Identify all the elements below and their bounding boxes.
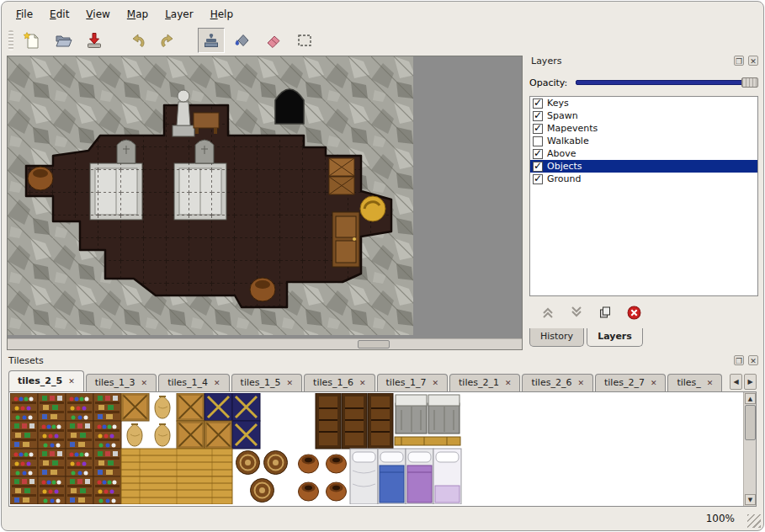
pot-bottom[interactable] [250,278,275,301]
tilesets-dock-title: Tilesets [8,355,44,366]
tileset-tab[interactable]: tiles_2_1 ✕ [449,374,520,391]
cave-entrance[interactable] [275,89,304,124]
menu-edit[interactable]: Edit [42,7,77,24]
tileset-tab-label: tiles_1_7 [386,377,427,388]
statusbar: 100% [2,508,763,530]
tileset-vscroll-thumb[interactable] [745,405,756,440]
stamp-tool-button[interactable] [198,28,225,53]
lower-layer-button[interactable] [568,304,585,321]
layer-visibility-checkbox[interactable] [533,124,543,134]
tileset-tab[interactable]: tiles_1_5 ✕ [231,374,302,391]
redo-button[interactable] [155,28,182,53]
layers-dock: Layers ❐ ✕ Opacity: Keys Spawn [529,56,758,350]
map-hscroll-thumb[interactable] [358,340,390,348]
layer-row-objects[interactable]: Objects [530,160,757,173]
layer-row-keys[interactable]: Keys [530,97,757,109]
layer-visibility-checkbox[interactable] [533,98,543,109]
tileset-tab[interactable]: tiles_2_6 ✕ [522,374,592,391]
close-tab-icon[interactable]: ✕ [359,379,366,387]
stamp-tool-icon [202,31,220,50]
tileset-tab-label: tiles_2_1 [459,377,499,388]
tombstone-left[interactable] [117,140,135,163]
layer-visibility-checkbox[interactable] [533,136,543,146]
layer-row-walkable[interactable]: Walkable [530,135,757,147]
menu-help[interactable]: Help [203,7,241,24]
tileset-tab[interactable]: tiles_1_6 ✕ [304,374,375,391]
layer-list: Keys Spawn Mapevents Walkable Above Obje… [529,96,758,296]
undo-button[interactable] [124,28,151,53]
tileset-tab[interactable]: tiles_1_7 ✕ [377,374,448,391]
menu-file[interactable]: File [8,7,40,24]
menu-view[interactable]: View [78,7,117,24]
save-icon [85,31,104,50]
layer-visibility-checkbox[interactable] [533,111,543,121]
layer-name: Mapevents [547,123,598,134]
tileset-vertical-scrollbar[interactable]: ▲ ▼ [743,392,756,506]
zoom-level: 100% [706,513,735,524]
select-tool-button[interactable] [291,28,318,53]
map-horizontal-scrollbar[interactable] [8,338,522,349]
eraser-tool-button[interactable] [260,28,287,53]
close-dock-icon[interactable]: ✕ [748,355,758,365]
tileset-image[interactable] [10,393,465,504]
scroll-down-icon[interactable]: ▼ [745,494,756,505]
tileset-tab[interactable]: tiles_2_5 ✕ [8,370,84,391]
raise-layer-button[interactable] [539,304,556,321]
float-dock-icon[interactable]: ❐ [734,355,744,365]
close-tab-icon[interactable]: ✕ [432,379,438,387]
tileset-tab[interactable]: tiles_ ✕ [667,374,722,391]
scroll-tabs-left-icon[interactable]: ◀ [730,374,742,390]
layer-row-mapevents[interactable]: Mapevents [530,122,757,135]
layer-row-above[interactable]: Above [530,147,757,160]
scroll-up-icon[interactable]: ▲ [745,393,756,404]
delete-icon [627,306,641,320]
new-file-button[interactable] [19,28,45,53]
opacity-slider[interactable] [576,77,758,88]
layer-name: Spawn [547,110,578,121]
tileset-tab[interactable]: tiles_1_3 ✕ [86,374,157,391]
close-tab-icon[interactable]: ✕ [577,379,584,387]
toolbar-drag-handle[interactable] [8,30,13,51]
golden-horn[interactable] [360,196,385,221]
close-tab-icon[interactable]: ✕ [141,379,148,387]
opacity-slider-track[interactable] [576,80,758,85]
layer-visibility-checkbox[interactable] [533,174,543,184]
close-tab-icon[interactable]: ✕ [68,377,75,386]
scroll-tabs-right-icon[interactable]: ▶ [744,374,757,390]
layer-row-ground[interactable]: Ground [530,173,757,185]
map-canvas[interactable] [8,56,413,335]
opacity-row: Opacity: [529,76,758,89]
close-dock-icon[interactable]: ✕ [748,56,758,66]
opacity-slider-handle[interactable] [741,77,758,88]
float-dock-icon[interactable]: ❐ [734,56,744,66]
layer-visibility-checkbox[interactable] [533,162,543,172]
delete-layer-button[interactable] [625,304,642,321]
tab-layers[interactable]: Layers [587,328,643,347]
tileset-tab[interactable]: tiles_1_4 ✕ [158,374,229,391]
close-tab-icon[interactable]: ✕ [707,379,714,387]
layer-row-spawn[interactable]: Spawn [530,109,757,122]
close-tab-icon[interactable]: ✕ [505,379,512,387]
opacity-label: Opacity: [529,77,567,88]
fill-tool-button[interactable] [229,28,256,53]
save-button[interactable] [81,28,108,53]
menu-map[interactable]: Map [120,7,156,24]
layer-visibility-checkbox[interactable] [533,149,543,159]
menu-layer[interactable]: Layer [157,7,200,24]
cabinet[interactable] [332,212,359,267]
toolbar [8,27,757,54]
resize-grip[interactable] [747,514,761,528]
close-tab-icon[interactable]: ✕ [651,379,657,387]
close-tab-icon[interactable]: ✕ [287,379,294,387]
tileset-tab-label: tiles_1_4 [167,377,208,388]
tileset-tab[interactable]: tiles_2_7 ✕ [595,374,666,391]
crates[interactable] [329,158,354,194]
open-button[interactable] [50,28,77,53]
pot-left[interactable] [28,167,53,190]
tombstone-right[interactable] [195,140,214,163]
close-tab-icon[interactable]: ✕ [214,379,220,387]
duplicate-layer-button[interactable] [597,304,614,321]
tileset-tab-bar: tiles_2_5 ✕ tiles_1_3 ✕ tiles_1_4 ✕ tile… [8,370,730,391]
new-file-icon [23,31,41,50]
tab-history[interactable]: History [529,328,584,347]
